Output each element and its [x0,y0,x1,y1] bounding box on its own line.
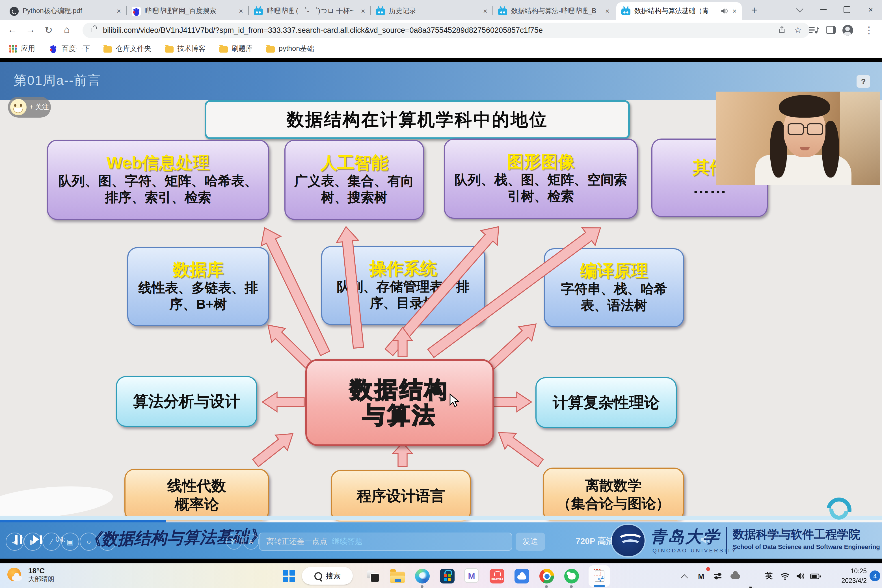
chrome-button[interactable] [539,568,555,584]
running-indicator [570,585,573,588]
tab-search-icon[interactable] [788,0,811,19]
baidu-icon [132,6,141,15]
box-database: 数据库 线性表、多链表、排序、B+树 [127,247,269,326]
university-emblem [612,525,645,556]
folder-icon [266,46,275,52]
profile-avatar[interactable] [839,22,856,38]
browser-menu-icon[interactable]: ⋮ [861,22,878,38]
sync-swirl-logo [826,498,852,522]
bookmark-folder-python[interactable]: python基础 [266,44,314,53]
box-data-structures-algorithms: 数据结构 与算法 [305,359,494,446]
tab-baidu-search[interactable]: 哔哩哔哩官网_百度搜索 × [127,2,248,20]
window-minimize-button[interactable] [812,0,834,19]
wifi-icon[interactable] [778,569,792,583]
window-close-button[interactable]: × [860,0,882,19]
huawei-appgallery-button[interactable]: HUAWEI [489,568,505,584]
pdf-file-icon [10,6,19,15]
tab-bilibili-home[interactable]: 哔哩哔哩 ( ゜- ゜)つロ 干杯~ × [249,2,370,20]
notification-badge[interactable]: 4 [870,570,880,581]
next-video-button[interactable] [33,535,42,544]
file-explorer-button[interactable] [390,568,405,584]
danmaku-style-icon[interactable]: A [243,534,259,549]
back-button[interactable]: ← [4,22,20,38]
tab-close-icon[interactable]: × [732,7,737,15]
task-view-button[interactable] [364,568,381,584]
tab-title: 数据结构与算法基础（青 [634,6,717,16]
huawei-cloud-button[interactable] [514,568,530,584]
taskbar-clock[interactable]: 10:25 2023/4/2 [823,567,867,585]
bilibili-icon [254,9,263,15]
progress-bar-played[interactable] [0,520,166,522]
folder-icon [390,572,405,583]
follow-button[interactable]: + 关注 [8,97,51,118]
bookmarks-bar: 应用 百度一下 仓库文件夹 技术博客 刷题库 python基础 [0,40,882,58]
help-button[interactable]: ? [856,75,870,88]
share-icon[interactable] [777,26,786,34]
bookmark-baidu[interactable]: 百度一下 [49,44,90,53]
snipping-tool-button[interactable]: ✂ [592,568,608,584]
university-name: 青岛大学 [650,526,720,548]
ime-indicator[interactable]: 英 [762,569,776,583]
weather-widget[interactable]: 18°C 大部晴朗 [7,567,54,584]
folder-icon [219,46,228,52]
box-discrete-math: 离散数学 （集合论与图论） [543,468,684,521]
pause-button[interactable] [15,535,23,544]
window-maximize-button[interactable] [836,0,858,19]
url-text[interactable]: bilibili.com/video/BV1nJ411V7bd/?spm_id_… [103,26,777,34]
box-compiler: 编译原理 字符串、栈、哈希表、语法树 [544,248,684,327]
uploader-avatar[interactable] [10,99,27,116]
bookmark-folder-repo[interactable]: 仓库文件夹 [104,44,151,53]
danmaku-hint: 离转正还差一点点 [266,537,327,547]
address-bar[interactable]: bilibili.com/video/BV1nJ411V7bd/?spm_id_… [82,22,810,38]
tab-bilibili-search[interactable]: 数据结构与算法-哔哩哔哩_B × [493,2,615,20]
onedrive-icon[interactable] [728,569,742,583]
media-controls-icon[interactable] [805,22,822,38]
bilibili-icon [376,9,385,15]
tray-mixer-icon[interactable] [711,569,725,583]
microsoft-store-button[interactable] [439,568,455,584]
edge-button[interactable] [414,568,430,584]
tab-close-icon[interactable]: × [117,7,121,15]
tab-active-video[interactable]: 数据结构与算法基础（青 × [616,2,742,20]
home-button[interactable]: ⌂ [59,22,75,38]
start-button[interactable] [281,568,297,584]
taskbar-search[interactable]: 搜索 [302,567,353,585]
danmaku-input[interactable]: 离转正还差一点点 继续答题 [259,532,512,550]
bookmark-folder-quiz[interactable]: 刷题库 [219,44,253,53]
reload-button[interactable]: ↻ [41,22,57,38]
tab-close-icon[interactable]: × [361,7,365,15]
tab-close-icon[interactable]: × [483,7,488,15]
tab-close-icon[interactable]: × [239,7,243,15]
browser-tab-bar: Python核心编程.pdf × 哔哩哔哩官网_百度搜索 × 哔哩哔哩 ( ゜-… [0,0,882,20]
tab-title: 哔哩哔哩 ( ゜- ゜)つロ 干杯~ [267,6,357,16]
tray-chevron-up-icon[interactable] [677,569,691,583]
m-app-button[interactable]: M [464,568,479,583]
new-tab-button[interactable]: + [747,3,761,17]
video-player[interactable]: 数据结构在计算机学科中的地位 Web信息处理 队列、图、字符、矩阵、哈希表、排序… [0,58,882,563]
tab-pdf[interactable]: Python核心编程.pdf × [4,2,126,20]
slide-title: 数据结构在计算机学科中的地位 [205,100,630,139]
folder-icon [104,46,112,52]
side-panel-icon[interactable] [822,22,839,38]
forward-button[interactable]: → [22,22,39,38]
lock-icon[interactable] [92,28,97,32]
danmaku-toggle-icon[interactable]: 弹 [226,534,242,549]
quality-selector[interactable]: 720P 高清 [576,536,615,547]
bookmark-star-icon[interactable]: ☆ [794,25,802,35]
sync-tray-icon[interactable]: ↻ [745,583,759,588]
evernote-button[interactable] [564,568,579,584]
answer-quiz-link[interactable]: 继续答题 [332,537,362,547]
tab-close-icon[interactable]: × [605,7,609,15]
battery-icon[interactable] [808,569,822,583]
baidu-icon [49,44,58,53]
player-control-bar: ◀ ▶ ∕ ▣ ○ ⋯ 04: 《数据结构与算法基础》 弹 A 离转正还差一点点… [0,522,882,559]
tab-audio-icon[interactable] [721,8,729,14]
send-danmaku-button[interactable]: 发送 [516,532,545,550]
tray-m-notification-icon[interactable]: M [694,569,708,583]
volume-tray-icon[interactable] [794,569,807,583]
bookmark-apps[interactable]: 应用 [9,44,35,53]
bookmark-folder-blog[interactable]: 技术博客 [165,44,206,53]
edge-icon [415,569,430,584]
tab-history[interactable]: 历史记录 × [371,2,492,20]
snipping-tool-icon: ✂ [592,569,607,584]
